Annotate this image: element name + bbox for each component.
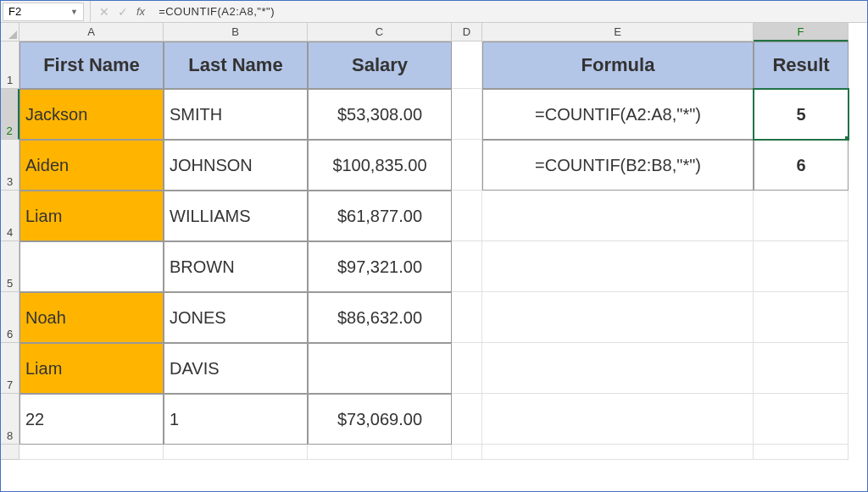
row-header-4[interactable]: 4 <box>1 191 19 241</box>
row-header-5[interactable]: 5 <box>1 241 19 292</box>
cell-f8[interactable] <box>754 394 849 445</box>
cell-a8[interactable]: 22 <box>19 394 164 445</box>
cell-b9[interactable] <box>164 445 308 460</box>
cell-e4[interactable] <box>482 191 754 241</box>
cell-f3[interactable]: 6 <box>754 140 849 191</box>
cell-e2[interactable]: =COUNTIF(A2:A8,"*") <box>482 89 754 140</box>
formula-bar-icons: ✕ ✓ fx <box>91 5 153 19</box>
formula-bar-divider <box>84 1 91 22</box>
cell-d4[interactable] <box>452 191 482 241</box>
row-header-6[interactable]: 6 <box>1 292 19 343</box>
cell-c7[interactable] <box>308 343 452 394</box>
cell-b8[interactable]: 1 <box>164 394 308 445</box>
cell-a5[interactable] <box>19 241 164 292</box>
cell-d1[interactable] <box>452 41 482 89</box>
cell-d2[interactable] <box>452 89 482 140</box>
row-header-3[interactable]: 3 <box>1 140 19 191</box>
cell-f5[interactable] <box>754 241 849 292</box>
row-header-9[interactable] <box>1 445 19 460</box>
row-header-7[interactable]: 7 <box>1 343 19 394</box>
col-header-e[interactable]: E <box>482 23 754 41</box>
col-header-c[interactable]: C <box>308 23 452 41</box>
cell-c9[interactable] <box>308 445 452 460</box>
formula-bar: F2 ▼ ✕ ✓ fx =COUNTIF(A2:A8,"*") <box>1 1 867 23</box>
cell-d6[interactable] <box>452 292 482 343</box>
cell-d3[interactable] <box>452 140 482 191</box>
cell-a6[interactable]: Noah <box>19 292 164 343</box>
cell-b6[interactable]: JONES <box>164 292 308 343</box>
header-formula[interactable]: Formula <box>482 41 754 89</box>
cell-f2[interactable]: 5 <box>754 89 849 140</box>
cell-e6[interactable] <box>482 292 754 343</box>
cell-b3[interactable]: JOHNSON <box>164 140 308 191</box>
cell-e5[interactable] <box>482 241 754 292</box>
cell-a9[interactable] <box>19 445 164 460</box>
formula-input[interactable]: =COUNTIF(A2:A8,"*") <box>153 1 867 22</box>
row-header-8[interactable]: 8 <box>1 394 19 445</box>
cell-c6[interactable]: $86,632.00 <box>308 292 452 343</box>
grid[interactable]: First Name Last Name Salary Formula Resu… <box>19 41 849 460</box>
cell-b2[interactable]: SMITH <box>164 89 308 140</box>
table-row: Jackson SMITH $53,308.00 =COUNTIF(A2:A8,… <box>19 89 849 140</box>
cell-c8[interactable]: $73,069.00 <box>308 394 452 445</box>
col-header-f[interactable]: F <box>754 23 849 41</box>
header-first-name[interactable]: First Name <box>19 41 164 89</box>
cell-d8[interactable] <box>452 394 482 445</box>
cell-c3[interactable]: $100,835.00 <box>308 140 452 191</box>
table-row: Liam WILLIAMS $61,877.00 <box>19 191 849 241</box>
cancel-icon[interactable]: ✕ <box>99 5 109 19</box>
cell-d5[interactable] <box>452 241 482 292</box>
cell-e9[interactable] <box>482 445 754 460</box>
cell-d9[interactable] <box>452 445 482 460</box>
cell-a2[interactable]: Jackson <box>19 89 164 140</box>
cell-a7[interactable]: Liam <box>19 343 164 394</box>
row-header-2[interactable]: 2 <box>1 89 19 140</box>
table-row: Noah JONES $86,632.00 <box>19 292 849 343</box>
col-header-b[interactable]: B <box>164 23 308 41</box>
name-box-value: F2 <box>8 5 21 18</box>
header-result[interactable]: Result <box>754 41 849 89</box>
cell-f6[interactable] <box>754 292 849 343</box>
table-row: BROWN $97,321.00 <box>19 241 849 292</box>
table-row <box>19 445 849 460</box>
cell-b4[interactable]: WILLIAMS <box>164 191 308 241</box>
cell-c5[interactable]: $97,321.00 <box>308 241 452 292</box>
cell-d7[interactable] <box>452 343 482 394</box>
table-row: First Name Last Name Salary Formula Resu… <box>19 41 849 89</box>
row-headers: 1 2 3 4 5 6 7 8 <box>1 41 19 460</box>
col-header-a[interactable]: A <box>19 23 164 41</box>
sheet-area: A B C D E F 1 2 3 4 5 6 7 8 <box>1 23 867 491</box>
chevron-down-icon[interactable]: ▼ <box>70 8 78 16</box>
cell-b5[interactable]: BROWN <box>164 241 308 292</box>
header-last-name[interactable]: Last Name <box>164 41 308 89</box>
cell-f4[interactable] <box>754 191 849 241</box>
cell-c4[interactable]: $61,877.00 <box>308 191 452 241</box>
accept-icon[interactable]: ✓ <box>118 5 128 19</box>
table-row: Liam DAVIS <box>19 343 849 394</box>
cell-e7[interactable] <box>482 343 754 394</box>
column-headers: A B C D E F <box>1 23 867 41</box>
cell-a3[interactable]: Aiden <box>19 140 164 191</box>
formula-text: =COUNTIF(A2:A8,"*") <box>159 5 275 18</box>
cell-e3[interactable]: =COUNTIF(B2:B8,"*") <box>482 140 754 191</box>
table-row: Aiden JOHNSON $100,835.00 =COUNTIF(B2:B8… <box>19 140 849 191</box>
fx-icon[interactable]: fx <box>136 5 145 18</box>
cell-c2[interactable]: $53,308.00 <box>308 89 452 140</box>
cell-b7[interactable]: DAVIS <box>164 343 308 394</box>
name-box[interactable]: F2 ▼ <box>3 3 84 21</box>
row-header-1[interactable]: 1 <box>1 41 19 89</box>
header-salary[interactable]: Salary <box>308 41 452 89</box>
select-all-corner[interactable] <box>1 23 19 41</box>
table-row: 22 1 $73,069.00 <box>19 394 849 445</box>
cell-f7[interactable] <box>754 343 849 394</box>
cell-e8[interactable] <box>482 394 754 445</box>
cell-f9[interactable] <box>754 445 849 460</box>
col-header-d[interactable]: D <box>452 23 482 41</box>
cell-a4[interactable]: Liam <box>19 191 164 241</box>
